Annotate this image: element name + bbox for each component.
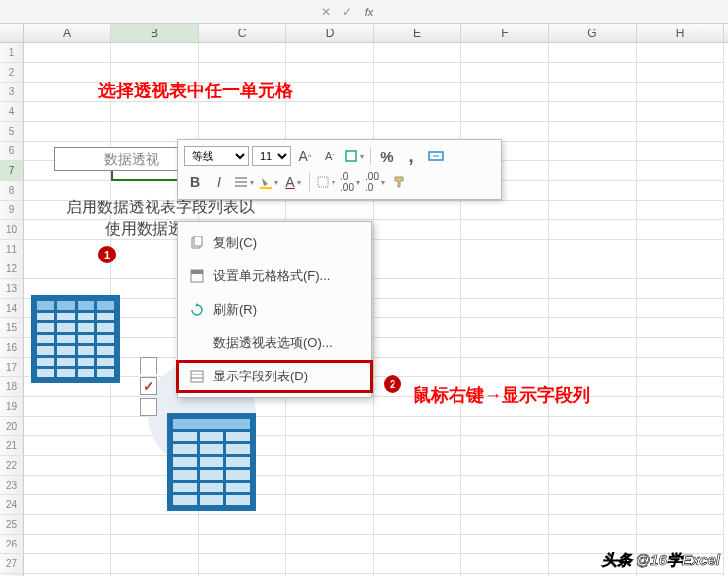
cell[interactable] [461,102,549,122]
cell[interactable] [637,142,724,161]
row-head-1[interactable]: 1 [0,43,24,63]
cancel-button[interactable]: ✕ [315,2,336,22]
col-head-e[interactable]: E [374,24,461,42]
row-head-27[interactable]: 27 [0,554,24,574]
cell[interactable] [549,397,637,417]
merge-button[interactable] [425,145,447,167]
cell[interactable] [24,436,111,456]
cell[interactable] [461,279,549,299]
cell[interactable] [374,476,461,495]
cell[interactable] [637,456,724,476]
col-head-d[interactable]: D [286,24,374,42]
percent-button[interactable]: % [376,145,397,167]
cell[interactable] [461,318,549,338]
cell[interactable] [286,397,374,417]
cell[interactable] [374,43,461,63]
cell[interactable] [374,338,461,358]
cell[interactable] [374,417,461,436]
cell[interactable] [111,515,199,535]
row-head-23[interactable]: 23 [0,476,24,495]
cell[interactable] [24,554,111,574]
cell[interactable] [461,436,549,456]
cell[interactable] [549,63,637,83]
cell[interactable] [199,83,286,102]
cell[interactable] [549,220,637,240]
format-painter-button[interactable] [389,171,410,193]
cell[interactable] [111,535,199,554]
row-head-7[interactable]: 7 [0,161,24,181]
align-dropdown[interactable] [233,171,255,193]
cell[interactable] [637,515,724,535]
row-head-14[interactable]: 14 [0,299,24,318]
cell[interactable] [637,318,724,338]
select-all-corner[interactable] [0,24,24,42]
cell[interactable] [24,122,111,142]
cell[interactable] [374,397,461,417]
cell[interactable] [286,515,374,535]
cell[interactable] [461,476,549,495]
cell[interactable] [637,161,724,181]
comma-button[interactable]: , [400,145,422,167]
row-head-21[interactable]: 21 [0,436,24,456]
cell[interactable] [461,397,549,417]
fill-color-dropdown[interactable] [258,171,279,193]
col-head-c[interactable]: C [199,24,286,42]
cell[interactable] [286,83,374,102]
cell[interactable] [374,279,461,299]
cell[interactable] [24,456,111,476]
cell[interactable] [374,358,461,377]
cell[interactable] [24,476,111,495]
cell[interactable] [374,220,461,240]
cell[interactable] [286,476,374,495]
cell[interactable] [461,259,549,279]
cell[interactable] [637,220,724,240]
row-head-22[interactable]: 22 [0,456,24,476]
cell[interactable] [549,279,637,299]
menu-refresh[interactable]: 刷新(R) [178,293,371,326]
cell[interactable] [374,63,461,83]
cell[interactable] [374,259,461,279]
cell[interactable] [461,83,549,102]
cell[interactable] [549,240,637,259]
cell[interactable] [549,318,637,338]
col-head-f[interactable]: F [461,24,549,42]
cell[interactable] [461,377,549,397]
cell[interactable] [461,201,549,220]
cell[interactable] [24,43,111,63]
menu-show-field-list[interactable]: 显示字段列表(D) [178,360,371,393]
row-head-17[interactable]: 17 [0,358,24,377]
cell[interactable] [637,63,724,83]
cell[interactable] [549,83,637,102]
cell[interactable] [111,43,199,63]
bold-button[interactable]: B [184,171,206,193]
cell[interactable] [637,240,724,259]
row-head-10[interactable]: 10 [0,220,24,240]
cell[interactable] [286,495,374,515]
cell[interactable] [549,377,637,397]
cell[interactable] [461,299,549,318]
cell[interactable] [374,515,461,535]
cell[interactable] [549,358,637,377]
row-head-9[interactable]: 9 [0,201,24,220]
row-head-20[interactable]: 20 [0,417,24,436]
decimal-dec-button[interactable]: .00.0 [364,171,386,193]
row-head-26[interactable]: 26 [0,535,24,554]
cell[interactable] [637,279,724,299]
menu-pivot-options[interactable]: 数据透视表选项(O)... [178,326,371,360]
cell[interactable] [549,161,637,181]
cell[interactable] [637,338,724,358]
cell[interactable] [374,456,461,476]
cell[interactable] [549,417,637,436]
cell[interactable] [637,181,724,201]
cell[interactable] [637,201,724,220]
cell[interactable] [461,220,549,240]
cell[interactable] [637,122,724,142]
cell[interactable] [24,259,111,279]
font-select[interactable]: 等线 [184,146,249,166]
cell[interactable] [637,358,724,377]
cell[interactable] [286,201,374,220]
row-head-19[interactable]: 19 [0,397,24,417]
cell[interactable] [199,102,286,122]
cell[interactable] [461,43,549,63]
cell[interactable] [637,377,724,397]
